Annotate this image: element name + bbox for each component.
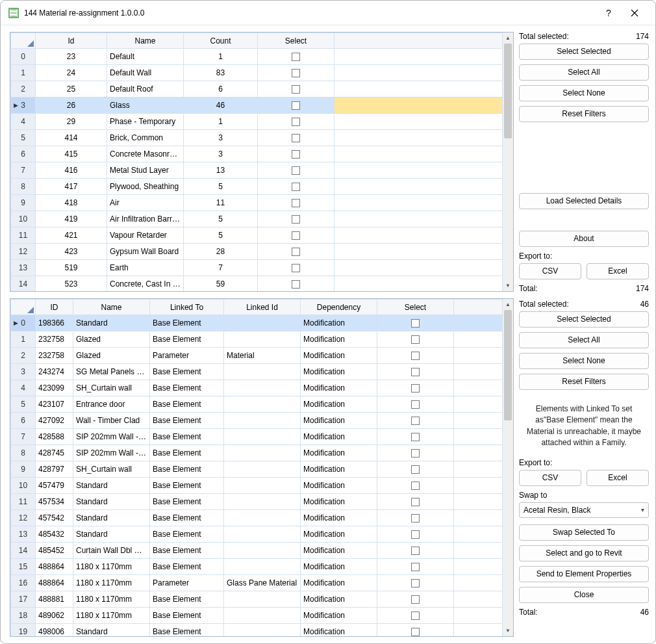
- close-button[interactable]: Close: [519, 587, 649, 603]
- cell-linked-id[interactable]: [224, 396, 301, 413]
- cell-id[interactable]: 419: [36, 211, 107, 227]
- cell-name[interactable]: Phase - Temporary: [107, 114, 184, 130]
- checkbox[interactable]: [292, 280, 300, 289]
- cell-linked-to[interactable]: Base Element: [150, 608, 224, 624]
- cell-linked-to[interactable]: Base Element: [150, 510, 224, 526]
- col-id[interactable]: ID: [36, 300, 73, 315]
- cell-select[interactable]: [377, 608, 454, 624]
- cell-linked-id[interactable]: [224, 494, 301, 510]
- select-all-button[interactable]: Select All: [519, 64, 649, 81]
- cell-select[interactable]: [258, 195, 334, 211]
- cell-dependency[interactable]: Modification: [301, 413, 377, 429]
- cell-linked-to[interactable]: Base Element: [150, 543, 224, 559]
- table-row[interactable]: 3243274SG Metal Panels roofBase ElementM…: [11, 364, 513, 380]
- checkbox[interactable]: [411, 498, 420, 506]
- scrollbar-vertical[interactable]: ▲ ▼: [502, 299, 513, 636]
- cell-id[interactable]: 414: [36, 130, 107, 146]
- row-header[interactable]: 14: [11, 276, 36, 292]
- row-header[interactable]: 4: [11, 380, 36, 396]
- cell-select[interactable]: [258, 130, 334, 146]
- cell-count[interactable]: 11: [184, 195, 258, 211]
- col-name[interactable]: Name: [107, 33, 184, 49]
- grid-corner[interactable]: [11, 33, 36, 49]
- cell-extra[interactable]: [334, 179, 513, 195]
- cell-linked-to[interactable]: Parameter: [150, 348, 224, 364]
- cell-select[interactable]: [258, 227, 334, 244]
- table-row[interactable]: ▶0198366StandardBase ElementModification: [11, 315, 513, 331]
- cell-id[interactable]: 488864: [36, 559, 73, 575]
- export-csv-button[interactable]: CSV: [519, 470, 581, 486]
- row-header[interactable]: 19: [11, 624, 36, 637]
- cell-select[interactable]: [258, 244, 334, 260]
- cell-select[interactable]: [377, 575, 454, 591]
- row-header[interactable]: 5: [11, 130, 36, 146]
- cell-select[interactable]: [258, 179, 334, 195]
- cell-extra[interactable]: [334, 260, 513, 276]
- cell-id[interactable]: 423099: [36, 380, 73, 396]
- cell-linked-id[interactable]: [224, 608, 301, 624]
- checkbox[interactable]: [292, 134, 300, 142]
- about-button[interactable]: About: [519, 231, 649, 247]
- cell-dependency[interactable]: Modification: [301, 510, 377, 526]
- cell-id[interactable]: 26: [36, 97, 107, 114]
- row-header[interactable]: 6: [11, 413, 36, 429]
- checkbox[interactable]: [411, 384, 420, 393]
- cell-count[interactable]: 5: [184, 179, 258, 195]
- cell-select[interactable]: [377, 461, 454, 478]
- cell-id[interactable]: 485432: [36, 526, 73, 543]
- cell-select[interactable]: [377, 478, 454, 494]
- swap-to-combo[interactable]: Acetal Resin, Black ▾: [519, 502, 649, 518]
- cell-select[interactable]: [258, 65, 334, 81]
- table-row[interactable]: 7416Metal Stud Layer13: [11, 162, 513, 179]
- cell-select[interactable]: [377, 510, 454, 526]
- cell-select[interactable]: [377, 396, 454, 413]
- elements-grid[interactable]: ID Name Linked To Linked Id Dependency S…: [10, 298, 514, 637]
- cell-linked-id[interactable]: [224, 510, 301, 526]
- cell-id[interactable]: 488881: [36, 591, 73, 608]
- row-header[interactable]: 10: [11, 211, 36, 227]
- cell-count[interactable]: 59: [184, 276, 258, 292]
- table-row[interactable]: 14485452Curtain Wall Dbl GlassBase Eleme…: [11, 543, 513, 559]
- row-header[interactable]: 11: [11, 494, 36, 510]
- cell-name[interactable]: Metal Stud Layer: [107, 162, 184, 179]
- cell-linked-to[interactable]: Base Element: [150, 315, 224, 331]
- cell-extra[interactable]: [334, 130, 513, 146]
- cell-count[interactable]: 7: [184, 260, 258, 276]
- cell-linked-id[interactable]: [224, 380, 301, 396]
- cell-dependency[interactable]: Modification: [301, 559, 377, 575]
- select-selected-button[interactable]: Select Selected: [519, 44, 649, 60]
- checkbox[interactable]: [292, 248, 300, 256]
- checkbox[interactable]: [292, 69, 300, 77]
- cell-select[interactable]: [377, 331, 454, 348]
- col-dependency[interactable]: Dependency: [301, 300, 377, 315]
- cell-id[interactable]: 485452: [36, 543, 73, 559]
- row-header[interactable]: 6: [11, 146, 36, 162]
- cell-select[interactable]: [258, 49, 334, 65]
- cell-id[interactable]: 519: [36, 260, 107, 276]
- cell-id[interactable]: 523: [36, 276, 107, 292]
- cell-id[interactable]: 428588: [36, 429, 73, 445]
- col-name[interactable]: Name: [73, 300, 150, 315]
- col-select[interactable]: Select: [377, 300, 454, 315]
- cell-id[interactable]: 457534: [36, 494, 73, 510]
- cell-count[interactable]: 3: [184, 146, 258, 162]
- row-header[interactable]: 13: [11, 526, 36, 543]
- checkbox[interactable]: [292, 150, 300, 159]
- row-header[interactable]: 9: [11, 195, 36, 211]
- row-header[interactable]: 10: [11, 478, 36, 494]
- cell-id[interactable]: 428745: [36, 445, 73, 461]
- cell-id[interactable]: 489062: [36, 608, 73, 624]
- cell-extra[interactable]: [334, 114, 513, 130]
- export-csv-button[interactable]: CSV: [519, 263, 581, 279]
- table-row[interactable]: 11457534StandardBase ElementModification: [11, 494, 513, 510]
- cell-id[interactable]: 423: [36, 244, 107, 260]
- cell-linked-id[interactable]: [224, 624, 301, 637]
- cell-select[interactable]: [377, 526, 454, 543]
- cell-linked-to[interactable]: Base Element: [150, 445, 224, 461]
- cell-linked-id[interactable]: [224, 543, 301, 559]
- row-header[interactable]: 5: [11, 396, 36, 413]
- table-row[interactable]: 6427092Wall - Timber CladBase ElementMod…: [11, 413, 513, 429]
- cell-dependency[interactable]: Modification: [301, 461, 377, 478]
- cell-name[interactable]: 1180 x 1170mm: [73, 608, 150, 624]
- checkbox[interactable]: [411, 612, 420, 620]
